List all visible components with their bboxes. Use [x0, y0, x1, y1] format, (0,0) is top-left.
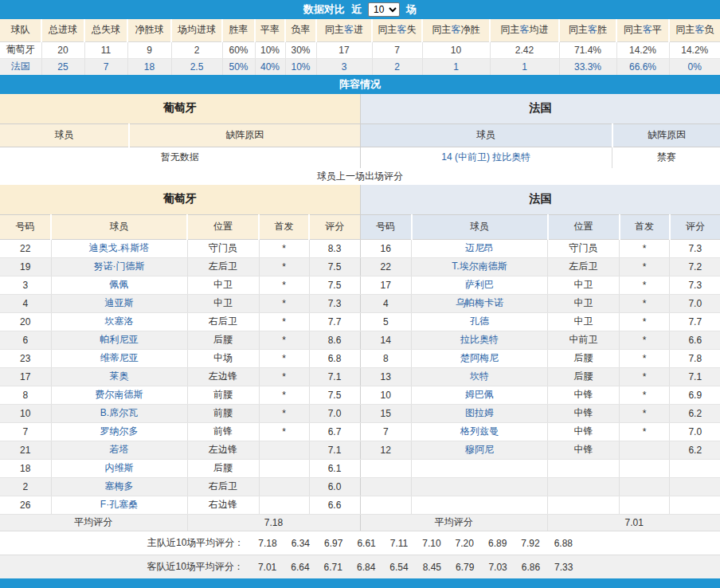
history-value: 6.88	[554, 538, 573, 549]
history-label: 客队近10场平均评分：	[147, 560, 244, 574]
player-name-cell[interactable]: 迈尼昂	[412, 239, 548, 257]
away-highlight-char: 客	[588, 24, 597, 35]
player-name-cell[interactable]: 塞梅多	[51, 477, 187, 496]
player-row: 17莱奥左边锋*7.1	[0, 367, 360, 386]
reason-col-header: 缺阵原因	[129, 123, 360, 147]
score-cell: 7.1	[670, 367, 720, 386]
starter-cell	[620, 459, 670, 477]
player-name-cell[interactable]: 内维斯	[51, 459, 187, 477]
player-name-cell[interactable]: 坎特	[412, 367, 548, 386]
player-name-cell[interactable]: 姆巴佩	[412, 386, 548, 404]
player-row: 10姆巴佩中锋*6.9	[361, 386, 720, 404]
score-cell: 7.1	[309, 367, 360, 386]
player-row: 19努诺·门德斯左后卫*7.5	[0, 257, 360, 276]
score-cell: 8.3	[309, 239, 360, 257]
stat-cell: 2	[171, 41, 222, 58]
player-name-cell[interactable]: 维蒂尼亚	[51, 349, 187, 367]
team-name-cell[interactable]: 葡萄牙	[0, 41, 41, 58]
player-name-cell[interactable]: 费尔南德斯	[51, 386, 187, 404]
player-name-cell[interactable]: 穆阿尼	[412, 441, 548, 459]
match-count-select[interactable]: 10	[368, 2, 400, 17]
bottom-bar	[0, 578, 720, 588]
player-name-cell[interactable]: 乌帕梅卡诺	[412, 294, 548, 312]
empty-player-row	[361, 477, 720, 496]
ratings-table-home: 葡萄牙号码球员位置首发评分22迪奥戈.科斯塔守门员*8.319努诺·门德斯左后卫…	[0, 185, 361, 531]
player-name-cell[interactable]: 楚阿梅尼	[412, 349, 548, 367]
player-name-cell[interactable]: 孔德	[412, 312, 548, 331]
history-value: 6.97	[324, 538, 342, 549]
player-name-cell[interactable]: 帕利尼亚	[51, 331, 187, 349]
position-cell: 后腰	[548, 367, 620, 386]
player-number-cell: 8	[361, 349, 412, 367]
starter-cell: *	[259, 422, 309, 441]
stat-cell: 40%	[255, 58, 285, 75]
player-name-cell[interactable]: 若塔	[51, 441, 187, 459]
player-name-cell[interactable]: 佩佩	[51, 276, 187, 294]
stat-cell: 1	[490, 58, 559, 75]
player-name-cell	[412, 459, 548, 477]
player-name-cell[interactable]: 迪亚斯	[51, 294, 187, 312]
score-cell: 6.1	[309, 459, 360, 477]
stat-cell: 30%	[285, 41, 316, 58]
player-row: 7格列兹曼中锋*7.0	[361, 422, 720, 441]
player-name-cell[interactable]: 萨利巴	[412, 276, 548, 294]
stat-cell: 66.6%	[616, 58, 669, 75]
position-cell: 中锋	[548, 441, 620, 459]
starter-cell: *	[620, 367, 670, 386]
absent-player-cell[interactable]: 14 (中前卫) 拉比奥特	[361, 147, 612, 168]
lineup-row: 14 (中前卫) 拉比奥特禁赛	[361, 147, 720, 168]
empty-player-row	[361, 459, 720, 477]
history-label: 主队近10场平均评分：	[147, 536, 244, 550]
player-number-cell: 18	[0, 459, 51, 477]
starter-cell	[259, 459, 309, 477]
player-name-cell[interactable]: 坎塞洛	[51, 312, 187, 331]
player-name-cell[interactable]: 莱奥	[51, 367, 187, 386]
player-row: 7罗纳尔多前锋*6.7	[0, 422, 360, 441]
player-name-cell[interactable]: 迪奥戈.科斯塔	[51, 239, 187, 257]
stat-cell: 9	[127, 41, 171, 58]
compare-header-cell: 净胜球	[127, 19, 171, 41]
player-name-cell[interactable]: 图拉姆	[412, 404, 548, 422]
team-name-cell[interactable]: 法国	[0, 58, 41, 75]
stat-cell: 14.2%	[616, 41, 669, 58]
player-number-cell: 17	[361, 276, 412, 294]
player-number-cell: 5	[361, 312, 412, 331]
avg-label-cell: 平均评分	[361, 514, 548, 531]
player-name-cell[interactable]: T.埃尔南德斯	[412, 257, 548, 276]
position-cell: 左后卫	[187, 257, 259, 276]
player-row: 4迪亚斯中卫*7.3	[0, 294, 360, 312]
player-row: 22T.埃尔南德斯左后卫*7.2	[361, 257, 720, 276]
recent-label: 近	[351, 2, 362, 17]
position-cell: 左边锋	[187, 441, 259, 459]
stat-cell: 1	[422, 58, 490, 75]
compare-header-cell: 同主客胜	[559, 19, 616, 41]
stat-cell: 11	[84, 41, 127, 58]
starter-cell: *	[620, 239, 670, 257]
starter-cell: *	[259, 239, 309, 257]
position-cell: 守门员	[548, 239, 620, 257]
starter-cell: *	[620, 386, 670, 404]
ratings-col-header: 首发	[259, 214, 309, 239]
stat-cell: 10%	[255, 41, 285, 58]
player-name-cell[interactable]: 努诺·门德斯	[51, 257, 187, 276]
player-row: 10B.席尔瓦前腰*7.0	[0, 404, 360, 422]
score-cell: 7.3	[309, 294, 360, 312]
starter-cell	[620, 496, 670, 514]
history-value: 6.79	[456, 562, 474, 573]
position-cell: 右后卫	[187, 312, 259, 331]
ratings-col-header: 评分	[309, 214, 360, 239]
stat-cell: 10%	[285, 58, 316, 75]
starter-cell	[259, 477, 309, 496]
player-row: 26F·孔塞桑右边锋6.6	[0, 496, 360, 514]
player-number-cell: 4	[361, 294, 412, 312]
player-name-cell[interactable]: B.席尔瓦	[51, 404, 187, 422]
ratings-col-header: 首发	[620, 214, 670, 239]
starter-cell	[620, 477, 670, 496]
player-name-cell[interactable]: 罗纳尔多	[51, 422, 187, 441]
player-name-cell[interactable]: 格列兹曼	[412, 422, 548, 441]
stat-cell: 7	[84, 58, 127, 75]
player-name-cell[interactable]: 拉比奥特	[412, 331, 548, 349]
team-header: 法国	[361, 94, 720, 123]
position-cell	[548, 477, 620, 496]
player-name-cell[interactable]: F·孔塞桑	[51, 496, 187, 514]
